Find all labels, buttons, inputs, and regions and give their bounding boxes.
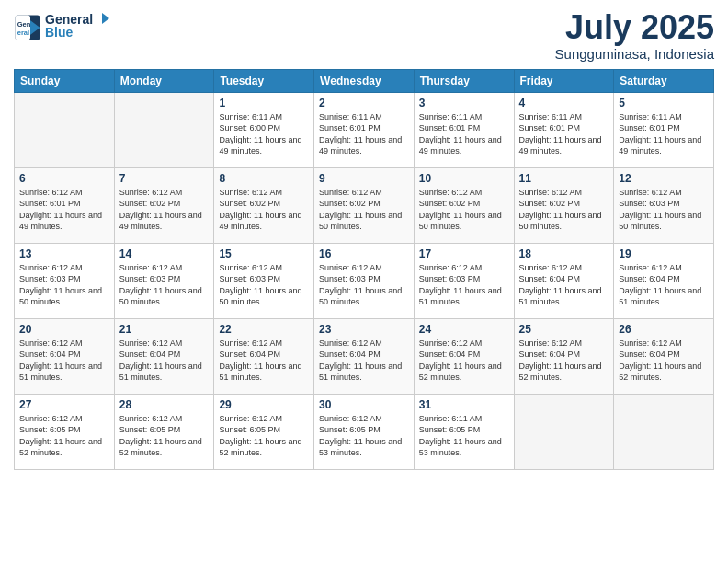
cell-info: Sunrise: 6:12 AM Sunset: 6:05 PM Dayligh… <box>319 413 409 459</box>
logo-text: General Blue <box>45 9 109 45</box>
week-row-3: 20Sunrise: 6:12 AM Sunset: 6:04 PM Dayli… <box>15 318 714 394</box>
cell-info: Sunrise: 6:12 AM Sunset: 6:01 PM Dayligh… <box>19 187 109 233</box>
header-row: Sunday Monday Tuesday Wednesday Thursday… <box>15 69 714 92</box>
cell-info: Sunrise: 6:12 AM Sunset: 6:03 PM Dayligh… <box>319 262 409 308</box>
cell-0-3: 2Sunrise: 6:11 AM Sunset: 6:01 PM Daylig… <box>314 92 415 167</box>
cell-info: Sunrise: 6:11 AM Sunset: 6:01 PM Dayligh… <box>319 111 409 157</box>
cell-info: Sunrise: 6:11 AM Sunset: 6:05 PM Dayligh… <box>419 413 509 459</box>
cell-info: Sunrise: 6:12 AM Sunset: 6:05 PM Dayligh… <box>19 413 109 459</box>
cell-2-2: 15Sunrise: 6:12 AM Sunset: 6:03 PM Dayli… <box>214 243 314 318</box>
header: Gen eral General Blue July 2025 Sunggumi… <box>14 9 714 62</box>
day-number: 10 <box>419 172 509 185</box>
cell-info: Sunrise: 6:12 AM Sunset: 6:02 PM Dayligh… <box>419 187 509 233</box>
cell-info: Sunrise: 6:12 AM Sunset: 6:03 PM Dayligh… <box>119 262 210 308</box>
col-thursday: Thursday <box>414 69 514 92</box>
day-number: 13 <box>19 247 109 260</box>
day-number: 3 <box>419 97 509 109</box>
cell-2-5: 18Sunrise: 6:12 AM Sunset: 6:04 PM Dayli… <box>514 243 614 318</box>
cell-info: Sunrise: 6:12 AM Sunset: 6:02 PM Dayligh… <box>119 187 210 233</box>
day-number: 30 <box>319 398 409 411</box>
week-row-4: 27Sunrise: 6:12 AM Sunset: 6:05 PM Dayli… <box>15 394 714 469</box>
col-friday: Friday <box>514 69 614 92</box>
week-row-1: 6Sunrise: 6:12 AM Sunset: 6:01 PM Daylig… <box>15 167 714 243</box>
cell-1-6: 12Sunrise: 6:12 AM Sunset: 6:03 PM Dayli… <box>614 167 714 243</box>
cell-info: Sunrise: 6:12 AM Sunset: 6:04 PM Dayligh… <box>619 262 709 308</box>
cell-info: Sunrise: 6:12 AM Sunset: 6:03 PM Dayligh… <box>619 187 709 233</box>
logo: Gen eral General Blue <box>14 9 109 45</box>
calendar-page: Gen eral General Blue July 2025 Sunggumi… <box>0 0 728 563</box>
cell-1-3: 9Sunrise: 6:12 AM Sunset: 6:02 PM Daylig… <box>314 167 415 243</box>
cell-4-1: 28Sunrise: 6:12 AM Sunset: 6:05 PM Dayli… <box>114 394 214 469</box>
cell-1-5: 11Sunrise: 6:12 AM Sunset: 6:02 PM Dayli… <box>514 167 614 243</box>
cell-3-1: 21Sunrise: 6:12 AM Sunset: 6:04 PM Dayli… <box>114 318 214 394</box>
cell-info: Sunrise: 6:12 AM Sunset: 6:04 PM Dayligh… <box>119 338 210 384</box>
cell-info: Sunrise: 6:11 AM Sunset: 6:00 PM Dayligh… <box>219 111 309 157</box>
logo-icon: Gen eral <box>14 14 41 41</box>
day-number: 12 <box>619 172 709 185</box>
week-row-0: 1Sunrise: 6:11 AM Sunset: 6:00 PM Daylig… <box>15 92 714 167</box>
day-number: 23 <box>319 323 409 336</box>
day-number: 31 <box>419 398 509 411</box>
cell-info: Sunrise: 6:12 AM Sunset: 6:04 PM Dayligh… <box>319 338 409 384</box>
day-number: 24 <box>419 323 509 336</box>
cell-1-2: 8Sunrise: 6:12 AM Sunset: 6:02 PM Daylig… <box>214 167 314 243</box>
day-number: 6 <box>19 172 109 185</box>
cell-4-4: 31Sunrise: 6:11 AM Sunset: 6:05 PM Dayli… <box>414 394 514 469</box>
cell-info: Sunrise: 6:11 AM Sunset: 6:01 PM Dayligh… <box>519 111 609 157</box>
calendar-table: Sunday Monday Tuesday Wednesday Thursday… <box>14 69 714 470</box>
month-title: July 2025 <box>555 9 714 46</box>
cell-info: Sunrise: 6:12 AM Sunset: 6:04 PM Dayligh… <box>419 338 509 384</box>
day-number: 20 <box>19 323 109 336</box>
day-number: 22 <box>219 323 309 336</box>
day-number: 4 <box>519 97 609 109</box>
cell-3-3: 23Sunrise: 6:12 AM Sunset: 6:04 PM Dayli… <box>314 318 415 394</box>
day-number: 2 <box>319 97 409 109</box>
cell-3-4: 24Sunrise: 6:12 AM Sunset: 6:04 PM Dayli… <box>414 318 514 394</box>
cell-info: Sunrise: 6:12 AM Sunset: 6:02 PM Dayligh… <box>319 187 409 233</box>
cell-info: Sunrise: 6:12 AM Sunset: 6:02 PM Dayligh… <box>519 187 609 233</box>
cell-info: Sunrise: 6:12 AM Sunset: 6:04 PM Dayligh… <box>19 338 109 384</box>
cell-info: Sunrise: 6:12 AM Sunset: 6:05 PM Dayligh… <box>119 413 210 459</box>
day-number: 26 <box>619 323 709 336</box>
day-number: 11 <box>519 172 609 185</box>
cell-4-6 <box>614 394 714 469</box>
day-number: 15 <box>219 247 309 260</box>
week-row-2: 13Sunrise: 6:12 AM Sunset: 6:03 PM Dayli… <box>15 243 714 318</box>
cell-info: Sunrise: 6:12 AM Sunset: 6:03 PM Dayligh… <box>219 262 309 308</box>
cell-info: Sunrise: 6:12 AM Sunset: 6:03 PM Dayligh… <box>419 262 509 308</box>
day-number: 29 <box>219 398 309 411</box>
cell-3-5: 25Sunrise: 6:12 AM Sunset: 6:04 PM Dayli… <box>514 318 614 394</box>
day-number: 25 <box>519 323 609 336</box>
svg-text:eral: eral <box>17 28 29 36</box>
svg-text:Gen: Gen <box>17 19 31 28</box>
col-monday: Monday <box>114 69 214 92</box>
cell-4-3: 30Sunrise: 6:12 AM Sunset: 6:05 PM Dayli… <box>314 394 415 469</box>
cell-3-6: 26Sunrise: 6:12 AM Sunset: 6:04 PM Dayli… <box>614 318 714 394</box>
col-tuesday: Tuesday <box>214 69 314 92</box>
title-block: July 2025 Sungguminasa, Indonesia <box>555 9 714 62</box>
cell-2-0: 13Sunrise: 6:12 AM Sunset: 6:03 PM Dayli… <box>15 243 115 318</box>
cell-info: Sunrise: 6:11 AM Sunset: 6:01 PM Dayligh… <box>619 111 709 157</box>
day-number: 7 <box>119 172 210 185</box>
cell-3-0: 20Sunrise: 6:12 AM Sunset: 6:04 PM Dayli… <box>15 318 115 394</box>
day-number: 17 <box>419 247 509 260</box>
cell-1-4: 10Sunrise: 6:12 AM Sunset: 6:02 PM Dayli… <box>414 167 514 243</box>
cell-2-1: 14Sunrise: 6:12 AM Sunset: 6:03 PM Dayli… <box>114 243 214 318</box>
cell-1-1: 7Sunrise: 6:12 AM Sunset: 6:02 PM Daylig… <box>114 167 214 243</box>
cell-2-6: 19Sunrise: 6:12 AM Sunset: 6:04 PM Dayli… <box>614 243 714 318</box>
cell-2-4: 17Sunrise: 6:12 AM Sunset: 6:03 PM Dayli… <box>414 243 514 318</box>
cell-2-3: 16Sunrise: 6:12 AM Sunset: 6:03 PM Dayli… <box>314 243 415 318</box>
day-number: 16 <box>319 247 409 260</box>
cell-4-5 <box>514 394 614 469</box>
day-number: 28 <box>119 398 210 411</box>
day-number: 21 <box>119 323 210 336</box>
svg-marker-6 <box>102 13 109 24</box>
day-number: 19 <box>619 247 709 260</box>
cell-0-1 <box>114 92 214 167</box>
cell-1-0: 6Sunrise: 6:12 AM Sunset: 6:01 PM Daylig… <box>15 167 115 243</box>
svg-text:Blue: Blue <box>45 25 74 40</box>
cell-info: Sunrise: 6:12 AM Sunset: 6:04 PM Dayligh… <box>219 338 309 384</box>
cell-0-0 <box>15 92 115 167</box>
calendar-body: 1Sunrise: 6:11 AM Sunset: 6:00 PM Daylig… <box>15 92 714 469</box>
day-number: 14 <box>119 247 210 260</box>
